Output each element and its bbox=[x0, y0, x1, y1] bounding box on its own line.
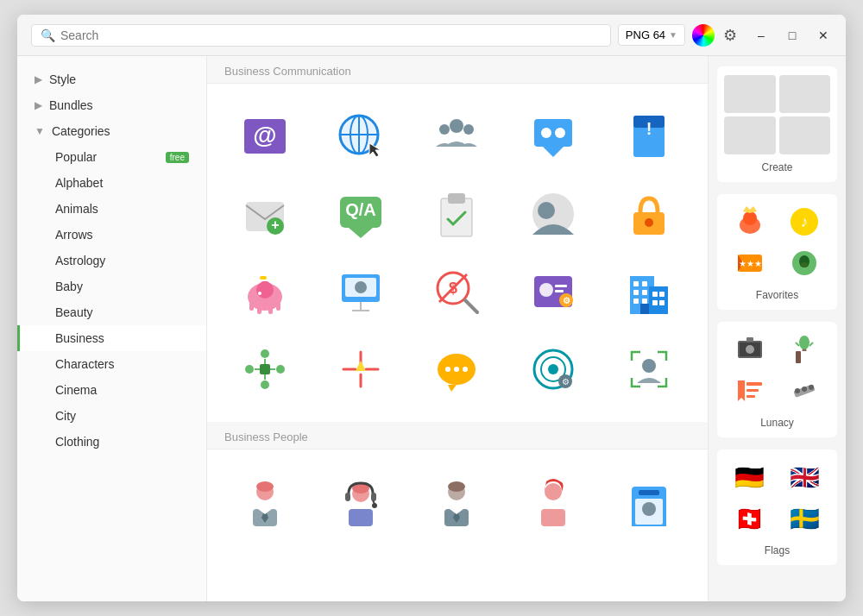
icon-target[interactable]: ⚙ bbox=[506, 330, 601, 408]
icon-business-person[interactable] bbox=[409, 463, 504, 541]
favorites-cell-1[interactable] bbox=[724, 203, 776, 241]
format-label: PNG 64 bbox=[626, 28, 665, 41]
flag-switzerland[interactable]: 🇨🇭 bbox=[724, 500, 776, 537]
sidebar-item-popular[interactable]: Popular free bbox=[17, 144, 206, 170]
svg-rect-59 bbox=[642, 290, 647, 295]
icon-chat-persons[interactable] bbox=[506, 97, 601, 175]
flag-germany[interactable]: 🇩🇪 bbox=[724, 458, 776, 496]
svg-point-71 bbox=[261, 380, 269, 389]
icon-headset-woman[interactable] bbox=[313, 463, 408, 541]
right-panel: Create ♪ bbox=[708, 56, 846, 601]
lunacy-grid bbox=[724, 330, 830, 410]
create-cell-1[interactable] bbox=[724, 75, 776, 113]
sidebar-item-categories[interactable]: ▼ Categories bbox=[17, 118, 206, 144]
svg-point-141 bbox=[802, 387, 807, 392]
icon-speech-bubble[interactable] bbox=[409, 330, 504, 408]
svg-point-33 bbox=[258, 292, 261, 295]
icon-network[interactable] bbox=[217, 330, 312, 408]
titlebar: 🔍 PNG 64 ▼ ⚙ – □ ✕ bbox=[17, 15, 846, 56]
sidebar-item-characters[interactable]: Characters bbox=[17, 351, 206, 377]
sidebar-item-label: Animals bbox=[55, 202, 98, 216]
icon-business-man[interactable] bbox=[217, 463, 312, 541]
favorites-cell-3[interactable]: ★★★ bbox=[724, 244, 776, 282]
close-button[interactable]: ✕ bbox=[815, 27, 832, 44]
lunacy-label: Lunacy bbox=[760, 417, 794, 429]
lunacy-cell-2[interactable] bbox=[779, 330, 831, 368]
icon-face-scan[interactable] bbox=[602, 330, 696, 408]
lunacy-cell-4[interactable] bbox=[779, 372, 831, 410]
search-input[interactable] bbox=[60, 28, 602, 42]
svg-rect-138 bbox=[746, 395, 755, 398]
svg-text:⚙: ⚙ bbox=[562, 296, 570, 305]
sidebar-item-business[interactable]: Business bbox=[17, 325, 206, 351]
search-box[interactable]: 🔍 bbox=[31, 24, 611, 47]
favorites-cell-4[interactable] bbox=[779, 244, 831, 282]
sidebar-item-label: Business bbox=[55, 331, 104, 345]
icon-no-money[interactable]: $ bbox=[409, 253, 504, 330]
maximize-button[interactable]: □ bbox=[784, 27, 801, 44]
icon-face-profile[interactable] bbox=[506, 175, 601, 253]
lunacy-cell-3[interactable] bbox=[724, 372, 776, 410]
sidebar-item-animals[interactable]: Animals bbox=[17, 196, 206, 222]
icon-lock[interactable] bbox=[602, 175, 696, 253]
create-cell-3[interactable] bbox=[724, 116, 776, 154]
favorites-cell-2[interactable]: ♪ bbox=[779, 203, 831, 241]
icon-lightning[interactable] bbox=[313, 330, 408, 408]
svg-rect-58 bbox=[633, 290, 639, 295]
svg-point-8 bbox=[450, 119, 463, 133]
sidebar: ▶ Style ▶ Bundles ▼ Categories Popular f… bbox=[17, 56, 207, 601]
sidebar-item-beauty[interactable]: Beauty bbox=[17, 299, 206, 325]
svg-line-46 bbox=[439, 274, 467, 302]
svg-point-9 bbox=[439, 124, 450, 135]
icon-piggy-bank[interactable] bbox=[217, 253, 312, 330]
icon-globe[interactable] bbox=[313, 97, 408, 175]
svg-rect-35 bbox=[257, 305, 261, 314]
icon-presentation[interactable] bbox=[313, 253, 408, 330]
color-wheel[interactable] bbox=[692, 24, 715, 47]
flag-uk[interactable]: 🇬🇧 bbox=[779, 458, 831, 496]
icon-mail-plus[interactable]: + bbox=[217, 175, 312, 253]
icon-id-card[interactable] bbox=[602, 463, 696, 541]
icon-email-at[interactable]: @ bbox=[217, 97, 312, 175]
svg-point-69 bbox=[276, 365, 285, 374]
sidebar-item-alphabet[interactable]: Alphabet bbox=[17, 170, 206, 196]
create-grid bbox=[724, 75, 830, 154]
svg-rect-76 bbox=[260, 364, 270, 374]
svg-point-84 bbox=[445, 367, 450, 372]
sidebar-item-baby[interactable]: Baby bbox=[17, 273, 206, 299]
icon-contact-card[interactable]: ⚙ bbox=[506, 253, 601, 330]
icon-clipboard[interactable] bbox=[409, 175, 504, 253]
svg-point-104 bbox=[372, 503, 377, 508]
minimize-button[interactable]: – bbox=[753, 27, 770, 44]
svg-rect-63 bbox=[659, 292, 665, 297]
icon-building[interactable] bbox=[602, 253, 696, 330]
sidebar-item-style[interactable]: ▶ Style bbox=[17, 66, 206, 92]
format-selector[interactable]: PNG 64 ▼ bbox=[618, 24, 685, 46]
svg-marker-81 bbox=[356, 361, 366, 371]
favorites-grid: ♪ ★★★ bbox=[724, 203, 830, 282]
sidebar-item-astrology[interactable]: Astrology bbox=[17, 248, 206, 273]
sidebar-item-label: Popular bbox=[55, 150, 97, 164]
sidebar-item-label: Astrology bbox=[55, 254, 105, 267]
sidebar-item-cinema[interactable]: Cinema bbox=[17, 377, 206, 403]
lunacy-cell-1[interactable] bbox=[724, 330, 776, 368]
settings-button[interactable]: ⚙ bbox=[721, 24, 739, 47]
favorites-label: Favorites bbox=[756, 289, 798, 301]
svg-rect-115 bbox=[639, 490, 659, 495]
create-cell-2[interactable] bbox=[779, 75, 831, 113]
svg-point-85 bbox=[454, 367, 459, 372]
sidebar-item-clothing[interactable]: Clothing bbox=[17, 429, 206, 455]
svg-rect-130 bbox=[746, 337, 753, 342]
icon-grid-business-people bbox=[207, 449, 708, 555]
icon-qa-chat[interactable]: Q/A bbox=[313, 175, 408, 253]
flag-sweden[interactable]: 🇸🇪 bbox=[779, 500, 831, 537]
icon-business-woman[interactable] bbox=[506, 463, 601, 541]
sidebar-item-bundles[interactable]: ▶ Bundles bbox=[17, 92, 206, 118]
sidebar-item-city[interactable]: City bbox=[17, 403, 206, 429]
create-cell-4[interactable] bbox=[779, 116, 831, 154]
icon-document[interactable]: ! bbox=[602, 97, 696, 175]
window-controls: – □ ✕ bbox=[753, 27, 832, 44]
svg-marker-83 bbox=[448, 385, 457, 392]
icon-conference[interactable] bbox=[409, 97, 504, 175]
sidebar-item-arrows[interactable]: Arrows bbox=[17, 222, 206, 248]
